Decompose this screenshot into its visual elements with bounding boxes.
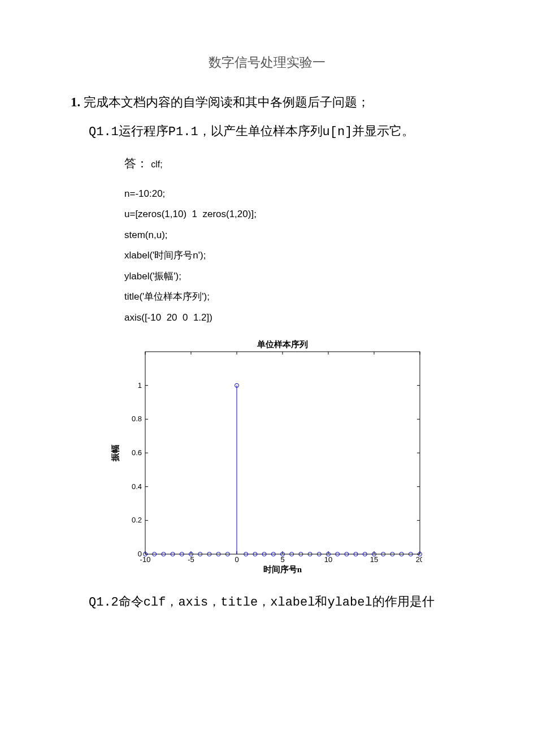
code-line-4: xlabel('时间序号n'); — [124, 245, 463, 266]
svg-text:0.8: 0.8 — [132, 415, 142, 424]
code-line-3: stem(n,u); — [124, 225, 463, 246]
chart-yticks: 00.20.40.60.81 — [132, 381, 420, 558]
svg-rect-0 — [145, 352, 420, 554]
code-line-7: axis([-10 20 0 1.2]) — [124, 308, 463, 329]
svg-text:0: 0 — [235, 555, 238, 564]
section-1-number: 1. — [71, 95, 80, 109]
code-line-2: u=[zeros(1,10) 1 zeros(1,20)]; — [124, 204, 463, 225]
code-block: n=-10:20; u=[zeros(1,10) 1 zeros(1,20)];… — [124, 184, 463, 329]
svg-text:-10: -10 — [140, 555, 151, 564]
question-1-2: Q1.2命令clf，axis，title，xlabel和ylabel的作用是什 — [89, 593, 463, 612]
code-clf: clf; — [151, 159, 162, 169]
chart-xlabel: 时间序号n — [263, 564, 302, 574]
stem-chart: 单位样本序列 00.20.40.60.81 -10-505101520 振幅 时… — [105, 335, 422, 577]
svg-text:-5: -5 — [188, 555, 194, 564]
svg-text:5: 5 — [280, 555, 284, 564]
code-line-1: n=-10:20; — [124, 184, 463, 205]
svg-text:0.6: 0.6 — [132, 448, 142, 457]
chart-title: 单位样本序列 — [257, 339, 308, 349]
answer-line: 答： clf; — [124, 155, 463, 171]
section-1-heading: 1. 完成本文档内容的自学阅读和其中各例题后子问题； — [71, 93, 463, 113]
document-title: 数字信号处理实验一 — [71, 54, 463, 71]
svg-text:0.2: 0.2 — [132, 516, 142, 525]
chart-container: 单位样本序列 00.20.40.60.81 -10-505101520 振幅 时… — [105, 335, 463, 579]
answer-label: 答： — [124, 157, 148, 170]
svg-text:1: 1 — [138, 381, 142, 390]
question-1-1: Q1.1运行程序P1.1，以产生单位样本序列u[n]并显示它。 — [89, 123, 463, 141]
svg-text:20: 20 — [416, 555, 422, 564]
svg-text:0.4: 0.4 — [132, 482, 142, 491]
section-1-text: 完成本文档内容的自学阅读和其中各例题后子问题； — [84, 95, 370, 109]
svg-text:10: 10 — [324, 555, 332, 564]
chart-xticks: -10-505101520 — [140, 352, 422, 564]
chart-stems — [144, 383, 422, 556]
code-line-6: title('单位样本序列'); — [124, 287, 463, 308]
code-line-5: ylabel('振幅'); — [124, 266, 463, 287]
svg-text:15: 15 — [370, 555, 378, 564]
chart-ylabel: 振幅 — [111, 444, 120, 462]
